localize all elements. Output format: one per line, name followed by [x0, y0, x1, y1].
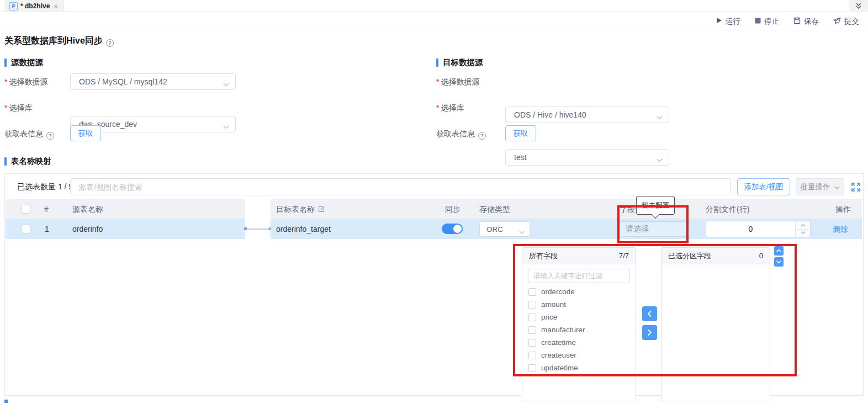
chevron-down-icon — [223, 122, 229, 131]
tabs-collapse-icon[interactable] — [849, 0, 868, 12]
title-help-icon[interactable]: ? — [106, 39, 114, 47]
delete-row-link[interactable]: 删除 — [833, 219, 848, 239]
col-index: # — [44, 199, 49, 219]
chevron-down-icon — [657, 155, 663, 164]
target-database-select[interactable]: test — [505, 149, 669, 166]
field-checkbox[interactable] — [528, 326, 536, 334]
field-list-item[interactable]: ordercode — [522, 285, 636, 298]
tab-bar: P * db2hive × — [0, 0, 868, 12]
move-left-button[interactable] — [642, 306, 657, 321]
selected-count: 已选表数量 1 / 59 — [17, 178, 77, 195]
row-source-table: orderinfo — [72, 219, 103, 239]
select-all-checkbox[interactable] — [22, 205, 30, 214]
table-header-right: 目标表名称 同步 存储类型 字段分区 分割文件(行) 操作 — [271, 199, 862, 219]
target-section-header: 目标数据源 — [436, 57, 483, 68]
section-accent-bar — [4, 157, 7, 166]
table-row-right: orderinfo_target ORC 请选择 0 删除 — [271, 219, 862, 239]
chevron-down-icon — [834, 183, 840, 191]
spinner-down-icon[interactable] — [796, 229, 810, 237]
field-list-item[interactable]: amount — [522, 298, 636, 311]
field-list-item[interactable]: createuser — [522, 349, 636, 362]
page-title-row: 关系型数据库到Hive同步? — [4, 35, 114, 47]
split-file-input[interactable]: 0 — [706, 221, 811, 237]
col-sync: 同步 — [445, 199, 461, 219]
field-list-item[interactable]: createtime — [522, 336, 636, 349]
tab-label: * db2hive — [20, 2, 50, 10]
table-header-left: # 源表名称 — [6, 199, 245, 219]
job-file-icon: P — [9, 2, 18, 10]
source-datasource-select[interactable]: ODS / MySQL / mysql142 — [70, 73, 236, 90]
chevron-down-icon — [223, 79, 229, 88]
col-storage-type: 存储类型 — [479, 199, 510, 219]
split-file-value: 0 — [706, 221, 795, 237]
tab-db2hive[interactable]: P * db2hive × — [4, 0, 63, 12]
source-section-header: 源数据源 — [4, 57, 43, 68]
chevron-down-icon — [519, 227, 525, 236]
next-section-accent-bar — [4, 400, 8, 403]
move-right-button[interactable] — [642, 325, 657, 340]
row-target-table: orderinfo_target — [276, 219, 331, 239]
field-checkbox[interactable] — [528, 313, 536, 321]
storage-type-select[interactable]: ORC — [479, 221, 530, 237]
spinner-up-icon[interactable] — [796, 221, 810, 229]
col-target-table: 目标表名称 — [276, 199, 325, 220]
move-up-button[interactable] — [774, 246, 784, 256]
selected-partition-panel: 已选分区字段 0 — [661, 247, 770, 401]
mapping-connector-line — [246, 228, 269, 230]
field-list-item[interactable]: updatetime — [522, 362, 636, 374]
table-search-input[interactable] — [70, 178, 731, 195]
target-datasource-select[interactable]: ODS / Hive / hive140 — [505, 107, 669, 123]
all-fields-count: 7/7 — [619, 252, 629, 260]
field-checkbox[interactable] — [528, 301, 536, 309]
table-row-left: 1 orderinfo — [6, 219, 245, 239]
target-datasource-label: *选择数据源 — [436, 73, 479, 90]
source-database-label: *选择库 — [4, 99, 32, 116]
fullscreen-icon[interactable] — [850, 182, 861, 193]
connector-dot-left — [244, 227, 247, 230]
stop-button[interactable]: 停止 — [755, 17, 779, 26]
stop-icon — [755, 17, 761, 25]
action-toolbar: 运行 停止 保存 提交 — [0, 13, 868, 30]
row-checkbox[interactable] — [22, 225, 30, 233]
field-partition-select[interactable]: 请选择 — [620, 221, 690, 237]
target-database-label: *选择库 — [436, 99, 464, 116]
field-checkbox[interactable] — [528, 364, 536, 372]
target-fetch-label: 获取表信息? — [436, 125, 486, 142]
fetch-help-icon[interactable]: ? — [478, 132, 486, 140]
target-fetch-button[interactable]: 获取 — [505, 125, 536, 141]
section-accent-bar — [4, 59, 7, 67]
selected-partition-count: 0 — [759, 252, 763, 260]
number-spinner — [795, 221, 810, 237]
send-icon — [833, 17, 841, 26]
run-icon — [716, 17, 722, 25]
field-list-item[interactable]: price — [522, 311, 636, 323]
field-checkbox[interactable] — [528, 288, 536, 296]
save-icon — [793, 17, 801, 26]
selected-partition-header: 已选分区字段 0 — [661, 248, 770, 264]
sync-toggle[interactable] — [442, 224, 463, 234]
add-table-button[interactable]: 添加表/视图 — [737, 178, 790, 195]
field-list-item[interactable]: manufacturer — [522, 323, 636, 336]
field-checkbox[interactable] — [528, 352, 536, 359]
chevron-down-icon — [657, 113, 663, 121]
section-accent-bar — [436, 59, 438, 67]
submit-button[interactable]: 提交 — [833, 17, 859, 26]
run-button[interactable]: 运行 — [716, 17, 740, 26]
mapping-section-header: 表名称映射 — [4, 156, 51, 167]
field-filter-input[interactable] — [528, 269, 630, 283]
source-fetch-button[interactable]: 获取 — [70, 125, 101, 141]
all-fields-panel: 所有字段 7/7 ordercode amount price manufact… — [522, 247, 636, 401]
field-list: ordercode amount price manufacturer crea… — [522, 285, 636, 374]
edit-icon — [318, 200, 325, 220]
col-source-table: 源表名称 — [72, 199, 103, 219]
batch-actions-button[interactable]: 批量操作 — [796, 178, 844, 195]
fetch-help-icon[interactable]: ? — [46, 132, 54, 140]
move-down-button[interactable] — [774, 257, 784, 267]
save-button[interactable]: 保存 — [793, 17, 819, 26]
all-fields-header: 所有字段 7/7 — [522, 248, 636, 264]
source-datasource-label: *选择数据源 — [4, 73, 47, 90]
page-title: 关系型数据库到Hive同步 — [4, 35, 103, 47]
col-split-file: 分割文件(行) — [706, 199, 749, 219]
tab-close-icon[interactable]: × — [54, 3, 58, 10]
field-checkbox[interactable] — [528, 339, 536, 347]
